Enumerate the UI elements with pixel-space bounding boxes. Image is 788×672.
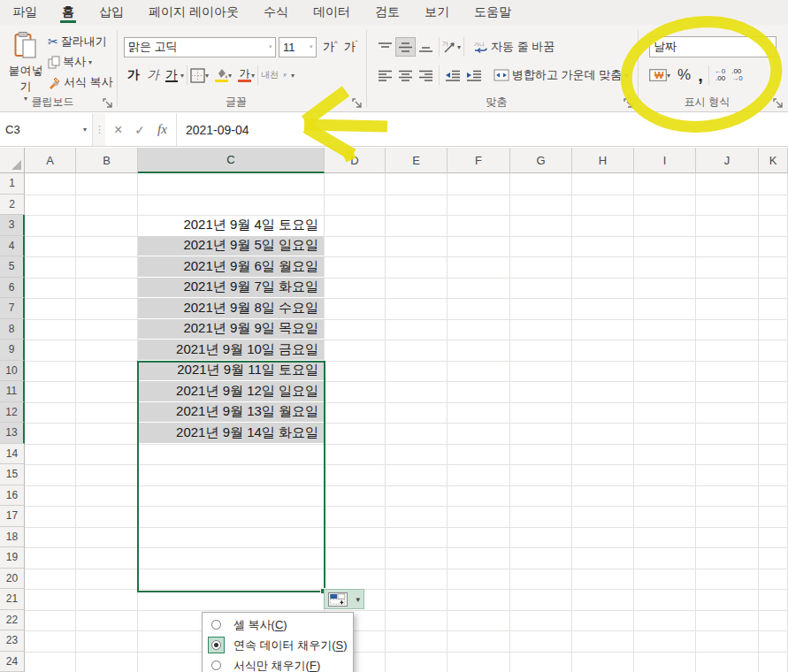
select-all-corner[interactable] (0, 148, 25, 173)
alignment-dialog-launcher-icon[interactable] (624, 98, 634, 109)
row-header-5[interactable]: 5 (0, 256, 25, 278)
cell-C5[interactable]: 2021년 9월 6일 월요일 (138, 256, 324, 277)
merge-center-button[interactable]: 병합하고 가운데 맞춤 ▾ (493, 67, 628, 83)
bold-button[interactable]: 가 (124, 67, 143, 83)
autofill-dropdown-arrow[interactable]: ▾ (356, 595, 360, 604)
column-header-B[interactable]: B (76, 148, 138, 173)
row-header-24[interactable]: 24 (0, 652, 25, 672)
column-header-H[interactable]: H (572, 148, 634, 173)
formula-input[interactable]: 2021-09-04 (177, 113, 788, 146)
tab-ribbon-6[interactable]: 검토 (363, 0, 412, 25)
cell-C7[interactable]: 2021년 9월 8일 수요일 (138, 298, 324, 318)
borders-dropdown-arrow[interactable]: ▾ (205, 72, 209, 80)
row-header-18[interactable]: 18 (0, 527, 25, 548)
autofill-menu-item-1[interactable]: 셀 복사(C) (203, 615, 353, 635)
tab-file[interactable]: 파일 (0, 0, 50, 25)
increase-decimal-button[interactable]: ←0 .00 (715, 68, 725, 82)
wrap-text-button[interactable]: 가나 자동 줄 바꿈 (474, 39, 555, 55)
decrease-indent-button[interactable] (442, 70, 463, 81)
cell-C3[interactable]: 2021년 9월 4일 토요일 (138, 215, 324, 235)
tab-home[interactable]: 홈 (50, 0, 87, 25)
cell-C12[interactable]: 2021년 9월 13일 월요일 (138, 402, 324, 423)
merge-dropdown-arrow[interactable]: ▾ (624, 72, 628, 80)
phonetic-guide-button[interactable]: 내천 〃 ▾ (261, 69, 295, 81)
fill-color-dropdown-arrow[interactable]: ▾ (228, 72, 232, 80)
insert-function-icon[interactable]: fx (157, 122, 167, 137)
cell-C8[interactable]: 2021년 9월 9일 목요일 (138, 319, 324, 340)
accounting-dropdown-arrow[interactable]: ▾ (667, 72, 670, 80)
align-left-button[interactable] (375, 65, 395, 85)
tab-ribbon-8[interactable]: 도움말 (462, 0, 524, 25)
row-header-12[interactable]: 12 (0, 402, 25, 424)
paste-button[interactable]: 붙여넣기 ▾ (5, 32, 46, 92)
row-header-11[interactable]: 11 (0, 381, 25, 402)
row-header-10[interactable]: 10 (0, 361, 25, 382)
underline-button[interactable]: 가 (163, 68, 180, 82)
column-header-A[interactable]: A (25, 148, 76, 173)
column-header-G[interactable]: G (510, 148, 572, 173)
font-dialog-launcher-icon[interactable] (352, 98, 363, 109)
column-header-F[interactable]: F (448, 148, 510, 173)
align-right-button[interactable] (416, 65, 436, 85)
column-header-D[interactable]: D (325, 148, 386, 173)
tab-ribbon-5[interactable]: 데이터 (301, 0, 363, 25)
formula-bar-handle[interactable]: ⋮ (93, 113, 105, 146)
tab-ribbon-7[interactable]: 보기 (412, 0, 462, 25)
column-header-C[interactable]: C (138, 148, 325, 173)
row-header-3[interactable]: 3 (0, 215, 25, 236)
font-color-button[interactable]: 가 (238, 69, 251, 82)
row-header-17[interactable]: 17 (0, 506, 25, 527)
number-dialog-launcher-icon[interactable] (773, 98, 784, 109)
row-header-13[interactable]: 13 (0, 423, 25, 444)
font-size-select[interactable]: 11ᵛ (279, 37, 317, 57)
cut-button[interactable]: ✂ 잘라내기 (48, 34, 107, 50)
tab-ribbon-2[interactable]: 삽입 (87, 0, 136, 25)
cell-C9[interactable]: 2021년 9월 10일 금요일 (138, 340, 324, 360)
row-header-19[interactable]: 19 (0, 547, 25, 569)
name-box-dropdown-arrow[interactable]: ▾ (83, 126, 87, 134)
autofill-options-button[interactable]: ▾ (324, 589, 364, 609)
column-header-J[interactable]: J (696, 148, 759, 173)
tab-ribbon-3[interactable]: 페이지 레이아웃 (136, 0, 251, 25)
row-header-1[interactable]: 1 (0, 173, 25, 195)
font-name-select[interactable]: 맑은 고딕ᵛ (124, 37, 276, 57)
autofill-menu-item-3[interactable]: 서식만 채우기(F) (203, 655, 353, 672)
italic-button[interactable]: 가 (143, 67, 163, 83)
fill-color-button[interactable] (215, 68, 228, 82)
increase-indent-button[interactable] (463, 70, 485, 81)
align-bottom-button[interactable] (416, 37, 436, 57)
accounting-format-button[interactable]: ₩ (649, 69, 667, 81)
grow-font-button[interactable]: 가^ (323, 39, 338, 55)
cell-C11[interactable]: 2021년 9월 12일 일요일 (138, 381, 324, 401)
row-header-9[interactable]: 9 (0, 340, 25, 361)
row-header-16[interactable]: 16 (0, 485, 25, 507)
align-middle-button[interactable] (395, 37, 416, 57)
comma-style-button[interactable]: , (698, 65, 703, 86)
row-header-14[interactable]: 14 (0, 444, 25, 465)
name-box[interactable]: C3 ▾ (0, 113, 93, 146)
row-header-8[interactable]: 8 (0, 319, 25, 340)
row-header-15[interactable]: 15 (0, 464, 25, 485)
cell-C13[interactable]: 2021년 9월 14일 화요일 (138, 423, 324, 443)
tab-ribbon-4[interactable]: 수식 (251, 0, 301, 25)
row-header-7[interactable]: 7 (0, 298, 25, 319)
row-header-4[interactable]: 4 (0, 236, 25, 257)
copy-button[interactable]: 복사 ▾ (48, 54, 92, 70)
row-header-6[interactable]: 6 (0, 278, 25, 299)
column-header-E[interactable]: E (386, 148, 448, 173)
row-header-21[interactable]: 21 (0, 589, 25, 610)
align-top-button[interactable] (375, 37, 395, 57)
decrease-decimal-button[interactable]: .00 →0 (731, 68, 742, 82)
format-painter-button[interactable]: 서식 복사 (48, 74, 113, 90)
autofill-menu-item-2[interactable]: 연속 데이터 채우기(S) (203, 635, 353, 655)
confirm-entry-icon[interactable]: ✓ (134, 123, 145, 137)
cell-C6[interactable]: 2021년 9월 7일 화요일 (138, 278, 324, 298)
align-center-button[interactable] (395, 65, 416, 85)
clipboard-dialog-launcher-icon[interactable] (103, 98, 113, 109)
cell-C10[interactable]: 2021년 9월 11일 토요일 (138, 361, 324, 381)
shrink-font-button[interactable]: 가ˇ (344, 39, 358, 55)
row-header-20[interactable]: 20 (0, 569, 25, 590)
cell-C4[interactable]: 2021년 9월 5일 일요일 (138, 236, 324, 256)
percent-style-button[interactable]: % (677, 66, 691, 84)
number-format-select[interactable]: 날짜ᵛ (649, 36, 777, 57)
